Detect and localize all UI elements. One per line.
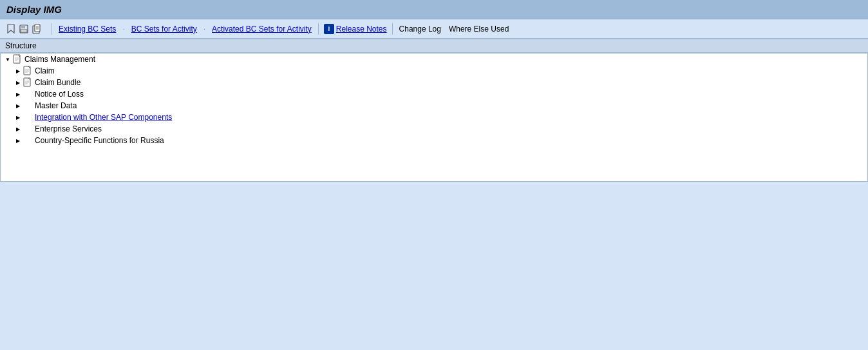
release-notes-button[interactable]: i Release Notes	[321, 24, 390, 34]
change-log-button[interactable]: Change Log	[395, 24, 445, 34]
tree-row[interactable]: Claim	[1, 65, 867, 77]
notice-of-loss-label: Notice of Loss	[35, 90, 84, 99]
tree-row[interactable]: Claim Bundle	[1, 77, 867, 88]
toolbar-icon-group	[5, 23, 42, 35]
claims-management-icon	[12, 54, 23, 64]
claim-bundle-label: Claim Bundle	[35, 78, 80, 87]
local-icon[interactable]	[31, 23, 42, 35]
existing-bc-sets-button[interactable]: Existing BC Sets	[55, 24, 120, 34]
separator-3	[392, 23, 393, 35]
structure-label: Structure	[5, 41, 37, 50]
tree-row[interactable]: Claims Management	[1, 53, 867, 65]
master-data-label: Master Data	[35, 101, 77, 110]
where-else-used-button[interactable]: Where Else Used	[445, 24, 513, 34]
enterprise-services-label: Enterprise Services	[35, 124, 102, 133]
claim-bundle-toggle[interactable]	[14, 78, 23, 87]
master-data-toggle[interactable]	[14, 101, 23, 110]
svg-rect-3	[21, 30, 27, 32]
claim-label: Claim	[35, 66, 55, 75]
country-specific-label: Country-Specific Functions for Russia	[35, 136, 164, 145]
claim-icon	[23, 66, 33, 76]
save-icon[interactable]	[18, 23, 30, 35]
integration-label[interactable]: Integration with Other SAP Components	[35, 113, 172, 122]
bookmark-icon[interactable]	[5, 23, 17, 35]
claim-bundle-icon	[23, 77, 33, 88]
claims-management-label: Claims Management	[24, 55, 95, 64]
pipe-sep-2: ·	[203, 24, 205, 34]
claims-management-toggle[interactable]	[3, 55, 12, 64]
tree-row[interactable]: Master Data	[1, 100, 867, 112]
svg-rect-2	[21, 25, 25, 28]
claim-toggle[interactable]	[14, 66, 23, 75]
enterprise-services-toggle[interactable]	[14, 124, 23, 133]
pipe-sep-1: ·	[122, 24, 124, 34]
tree-area: Claims Management Claim Claim Bundle	[0, 53, 868, 182]
structure-section-header: Structure	[0, 39, 868, 53]
svg-marker-0	[8, 24, 14, 33]
svg-rect-5	[35, 24, 40, 32]
bc-sets-activity-button[interactable]: BC Sets for Activity	[127, 24, 201, 34]
release-notes-icon: i	[324, 24, 334, 34]
tree-row[interactable]: Enterprise Services	[1, 123, 867, 135]
integration-toggle[interactable]	[14, 113, 23, 122]
tree-row[interactable]: Country-Specific Functions for Russia	[1, 135, 867, 146]
title-bar: Display IMG	[0, 0, 868, 19]
tree-row[interactable]: Notice of Loss	[1, 88, 867, 100]
toolbar: Existing BC Sets · BC Sets for Activity …	[0, 19, 868, 39]
notice-of-loss-toggle[interactable]	[14, 90, 23, 99]
activated-bc-sets-button[interactable]: Activated BC Sets for Activity	[208, 24, 316, 34]
tree-row[interactable]: Integration with Other SAP Components	[1, 112, 867, 123]
separator-2	[318, 23, 319, 35]
country-specific-toggle[interactable]	[14, 136, 23, 145]
separator-1	[52, 23, 52, 35]
app-title: Display IMG	[6, 4, 62, 15]
